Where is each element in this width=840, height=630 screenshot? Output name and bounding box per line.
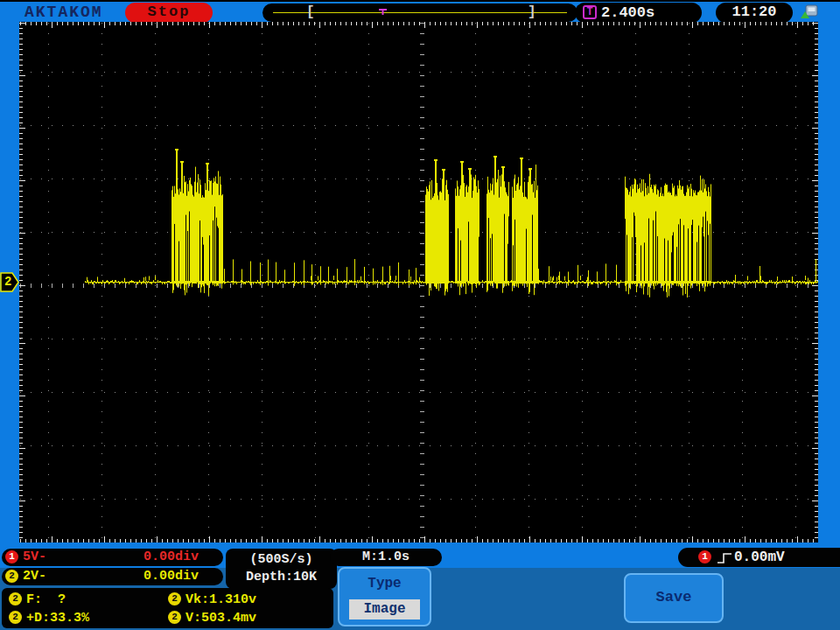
measure-channel-badge: 2 [9,592,22,606]
rising-edge-icon [717,551,732,569]
horizontal-position-indicator: [ ] [262,4,578,22]
channel1-status-bar: 1 5V- 0.00div [2,549,223,566]
trigger-status-bar: 1 0.00mV [678,548,840,567]
channel1-badge: 1 [5,550,18,564]
top-status-bar: AKTAKOM Stop [ ] T 2.400s 11:20 [0,0,840,22]
memory-depth: Depth:10K [226,569,337,586]
window-right-bracket: ] [528,4,536,21]
menu-type-label: Type [340,576,430,592]
acquisition-state-badge: Stop [125,3,213,23]
channel2-marker-label: 2 [4,275,11,289]
bottom-status-panel: 1 5V- 0.00div 2 2V- 0.00div (500S/s) Dep… [0,542,840,630]
trigger-time-readout: T 2.400s [575,3,702,23]
waveform-display [19,22,818,542]
measure-channel-badge: 2 [9,611,22,624]
graticule-waveform-canvas [19,22,818,542]
timebase-readout: M:1.0s [330,549,442,566]
brand-label: AKTAKOM [24,4,103,21]
trigger-source-badge: 1 [698,550,711,564]
sample-rate: (500S/s) [226,551,337,569]
measure-value: Vk:1.310v [186,592,256,607]
acquisition-info-box: (500S/s) Depth:10K [226,549,337,589]
channel2-position-marker[interactable]: 2 [0,272,19,292]
oscilloscope-screen: AKTAKOM Stop [ ] T 2.400s 11:20 [0,0,840,630]
measure-value: V:503.4mv [186,611,256,626]
trigger-time-value: 2.400s [601,4,654,21]
trigger-t-icon: T [583,5,597,19]
measure-value: F: ? [26,592,66,607]
window-left-bracket: [ [306,4,315,21]
measure-value: +D:33.3% [26,611,89,626]
channel1-position: 0.00div [144,550,199,564]
trigger-level-value: 0.00mV [734,550,785,565]
channel1-scale: 5V- [23,550,46,564]
measure-channel-badge: 2 [168,611,181,624]
measure-channel-badge: 2 [168,592,181,606]
menu-type-value[interactable]: Image [349,599,420,620]
channel2-scale: 2V- [23,570,46,584]
trigger-position-marker-icon [379,4,388,20]
menu-type-selector[interactable]: Type Image [338,567,431,626]
save-button[interactable]: Save [624,573,724,623]
channel2-position: 0.00div [144,570,199,584]
measurement-box: 2 F: ? 2 Vk:1.310v 2 +D:33.3% 2 V:503.4m… [2,588,333,628]
channel2-badge: 2 [5,570,18,583]
channel2-status-bar: 2 2V- 0.00div [2,568,223,585]
clock: 11:20 [716,3,793,23]
memory-window-line [273,12,567,13]
